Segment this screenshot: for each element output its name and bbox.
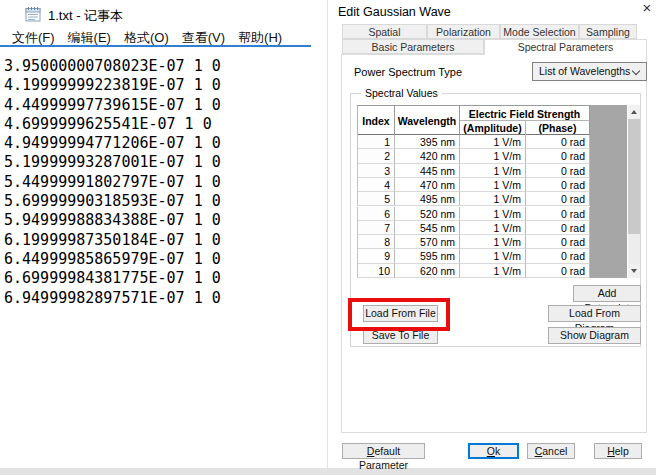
cell-amplitude[interactable]: 1 V/m <box>460 249 526 263</box>
col-header-wavelength: Wavelength <box>395 106 460 136</box>
notepad-icon <box>24 5 42 23</box>
scroll-down-button[interactable] <box>628 264 640 278</box>
cell-amplitude[interactable]: 1 V/m <box>460 192 526 206</box>
cell-phase[interactable]: 0 rad <box>526 221 590 235</box>
col-header-index: Index <box>357 106 395 136</box>
table-row[interactable]: 5495 nm1 V/m0 rad <box>357 192 590 206</box>
table-scrollbar[interactable] <box>628 105 640 278</box>
cell-index[interactable]: 5 <box>357 192 395 206</box>
table-row[interactable]: 10620 nm1 V/m0 rad <box>357 264 590 278</box>
cell-wavelength[interactable]: 545 nm <box>395 221 460 235</box>
cell-phase[interactable]: 0 rad <box>526 149 590 163</box>
table-row[interactable]: 4470 nm1 V/m0 rad <box>357 178 590 192</box>
add-datapoint-button[interactable]: Add Datapoint <box>573 285 641 302</box>
power-spectrum-type-select[interactable]: List of Wavelengths <box>532 62 647 81</box>
close-icon[interactable]: × <box>638 0 656 16</box>
cell-phase[interactable]: 0 rad <box>526 264 590 278</box>
spectral-values-table[interactable]: Index Wavelength Electric Field Strength… <box>357 105 640 278</box>
cell-wavelength[interactable]: 620 nm <box>395 264 460 278</box>
table-row[interactable]: 7545 nm1 V/m0 rad <box>357 221 590 235</box>
cell-index[interactable]: 4 <box>357 178 395 192</box>
table-row[interactable]: 1395 nm1 V/m0 rad <box>357 135 590 149</box>
cell-index[interactable]: 7 <box>357 221 395 235</box>
cell-phase[interactable]: 0 rad <box>526 207 590 221</box>
cell-wavelength[interactable]: 595 nm <box>395 249 460 263</box>
bottom-background-strip <box>0 468 656 475</box>
text-line: 6.44999985865979E-07 1 0 <box>4 250 311 269</box>
default-parameter-button[interactable]: Default Parameter <box>342 443 425 459</box>
tab-mode-selection[interactable]: Mode Selection <box>500 24 579 39</box>
cell-amplitude[interactable]: 1 V/m <box>460 149 526 163</box>
menu-item-1[interactable]: 编辑(E) <box>68 29 111 46</box>
notepad-text-area[interactable]: 3.95000000708023E-07 1 04.19999999223819… <box>0 47 311 468</box>
cell-index[interactable]: 2 <box>357 149 395 163</box>
red-highlight-box <box>348 298 450 331</box>
cell-index[interactable]: 9 <box>357 249 395 263</box>
cell-amplitude[interactable]: 1 V/m <box>460 178 526 192</box>
menu-item-0[interactable]: 文件(F) <box>12 29 55 46</box>
notepad-menubar: 文件(F)编辑(E)格式(O)查看(V)帮助(H) <box>0 28 311 45</box>
table-row[interactable]: 2420 nm1 V/m0 rad <box>357 149 590 163</box>
menu-item-3[interactable]: 查看(V) <box>182 29 225 46</box>
cell-amplitude[interactable]: 1 V/m <box>460 164 526 178</box>
col-header-amplitude: (Amplitude) <box>460 121 526 136</box>
cell-wavelength[interactable]: 445 nm <box>395 164 460 178</box>
tab-control: Spatial ParametersPolarizationMode Selec… <box>341 24 647 433</box>
cell-phase[interactable]: 0 rad <box>526 192 590 206</box>
cell-wavelength[interactable]: 570 nm <box>395 235 460 249</box>
menu-item-4[interactable]: 帮助(H) <box>238 29 282 46</box>
cell-wavelength[interactable]: 495 nm <box>395 192 460 206</box>
cell-phase[interactable]: 0 rad <box>526 235 590 249</box>
scroll-down-icon <box>631 269 637 273</box>
cell-wavelength[interactable]: 420 nm <box>395 149 460 163</box>
cell-index[interactable]: 6 <box>357 207 395 221</box>
cell-amplitude[interactable]: 1 V/m <box>460 135 526 149</box>
power-spectrum-type-value: List of Wavelengths <box>539 65 630 77</box>
chevron-down-icon <box>632 67 640 75</box>
ok-button[interactable]: Ok <box>468 443 519 459</box>
tab-spatial-parameters[interactable]: Spatial Parameters <box>342 24 427 39</box>
table-row[interactable]: 6520 nm1 V/m0 rad <box>357 207 590 221</box>
text-line: 4.6999999625541E-07 1 0 <box>4 115 311 134</box>
scroll-up-button[interactable] <box>628 105 640 119</box>
cancel-button[interactable]: Cancel <box>527 443 575 459</box>
cell-phase[interactable]: 0 rad <box>526 249 590 263</box>
cell-phase[interactable]: 0 rad <box>526 164 590 178</box>
spectral-values-group: Spectral Values Index Wavelength Electri… <box>350 93 641 347</box>
dialog-title: Edit Gaussian Wave <box>338 5 451 19</box>
table-row[interactable]: 3445 nm1 V/m0 rad <box>357 164 590 178</box>
cell-amplitude[interactable]: 1 V/m <box>460 264 526 278</box>
scrollbar-thumb[interactable] <box>628 119 640 234</box>
table-body: 1395 nm1 V/m0 rad2420 nm1 V/m0 rad3445 n… <box>357 135 590 278</box>
help-button[interactable]: Help <box>594 443 642 459</box>
table-row[interactable]: 9595 nm1 V/m0 rad <box>357 249 590 263</box>
load-from-diagram-button[interactable]: Load From Diagram <box>548 305 641 322</box>
text-line: 6.69999984381775E-07 1 0 <box>4 269 311 288</box>
edit-gaussian-wave-dialog: Edit Gaussian Wave × Spatial ParametersP… <box>327 0 656 468</box>
power-spectrum-type-label: Power Spectrum Type <box>354 66 462 78</box>
cell-index[interactable]: 8 <box>357 235 395 249</box>
cell-phase[interactable]: 0 rad <box>526 178 590 192</box>
spectral-values-group-title: Spectral Values <box>361 87 442 99</box>
cell-amplitude[interactable]: 1 V/m <box>460 207 526 221</box>
tab-spectral-parameters[interactable]: Spectral Parameters <box>484 39 647 55</box>
menu-item-2[interactable]: 格式(O) <box>124 29 169 46</box>
scroll-up-icon <box>631 110 637 114</box>
cell-index[interactable]: 10 <box>357 264 395 278</box>
cell-wavelength[interactable]: 520 nm <box>395 207 460 221</box>
cell-amplitude[interactable]: 1 V/m <box>460 221 526 235</box>
notepad-titlebar[interactable]: 1.txt - 记事本 <box>0 0 311 28</box>
cell-wavelength[interactable]: 395 nm <box>395 135 460 149</box>
cell-amplitude[interactable]: 1 V/m <box>460 235 526 249</box>
show-diagram-button[interactable]: Show Diagram <box>548 327 641 344</box>
cell-phase[interactable]: 0 rad <box>526 135 590 149</box>
cell-index[interactable]: 1 <box>357 135 395 149</box>
table-row[interactable]: 8570 nm1 V/m0 rad <box>357 235 590 249</box>
tab-basic-parameters[interactable]: Basic Parameters <box>342 39 484 54</box>
cell-index[interactable]: 3 <box>357 164 395 178</box>
cell-wavelength[interactable]: 470 nm <box>395 178 460 192</box>
text-line: 5.69999990318593E-07 1 0 <box>4 192 311 211</box>
tab-polarization[interactable]: Polarization <box>427 24 500 39</box>
text-line: 5.19999993287001E-07 1 0 <box>4 153 311 172</box>
tab-sampling[interactable]: Sampling <box>579 24 637 39</box>
